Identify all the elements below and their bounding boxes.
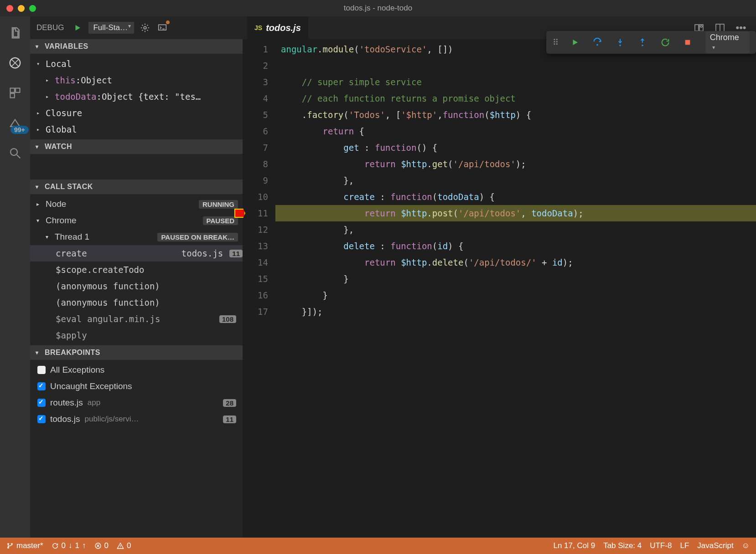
maximize-window-button[interactable] [29, 5, 36, 12]
continue-button[interactable] [570, 37, 580, 47]
debug-target-select[interactable]: Chrome [705, 31, 750, 53]
launch-config-select[interactable]: Full-Sta… [88, 22, 134, 34]
step-into-button[interactable] [615, 37, 625, 47]
code-line[interactable]: // super simple service [275, 74, 756, 90]
variable-tododata[interactable]: ▸todoData: Object {text: "tes… [30, 88, 243, 105]
line-number[interactable]: 13 [243, 238, 268, 254]
code-line[interactable]: return { [275, 123, 756, 139]
thread-1[interactable]: ▾Thread 1 PAUSED ON BREAK… [30, 229, 243, 245]
debug-icon[interactable] [7, 55, 23, 71]
restart-button[interactable] [660, 37, 670, 47]
cursor-position[interactable]: Ln 17, Col 9 [553, 541, 595, 550]
breakpoint-item[interactable]: Uncaught Exceptions [30, 378, 243, 395]
code-editor[interactable]: 1234567891011121314151617 angular.module… [243, 39, 756, 538]
code-line[interactable]: // each function returns a promise objec… [275, 90, 756, 107]
encoding[interactable]: UTF-8 [650, 541, 672, 550]
session-node[interactable]: ▸Node RUNNING [30, 196, 243, 212]
callstack-section-header[interactable]: ▾CALL STACK [30, 180, 243, 194]
line-number[interactable]: 5 [243, 107, 268, 123]
code-line[interactable]: return $http.get('/api/todos'); [275, 156, 756, 172]
session-chrome[interactable]: ▾Chrome PAUSED [30, 212, 243, 229]
code-line[interactable]: create : function(todoData) { [275, 189, 756, 205]
stack-frame[interactable]: (anonymous function) [30, 278, 243, 294]
source-control-icon[interactable]: 99+ [7, 115, 23, 131]
eol[interactable]: LF [680, 541, 689, 550]
code-line[interactable]: }, [275, 172, 756, 189]
line-number[interactable]: 4 [243, 90, 268, 107]
code-line[interactable]: .factory('Todos', ['$http',function($htt… [275, 107, 756, 123]
code-line[interactable]: } [275, 271, 756, 287]
close-window-button[interactable] [6, 5, 13, 12]
breakpoint-item[interactable]: routes.jsapp28 [30, 395, 243, 411]
code-line[interactable]: get : function() { [275, 139, 756, 156]
code-line[interactable] [275, 57, 756, 74]
errors-indicator[interactable]: 0 [94, 541, 109, 550]
checkbox[interactable] [37, 399, 46, 407]
line-number[interactable]: 9 [243, 172, 268, 189]
line-number[interactable]: 14 [243, 254, 268, 271]
step-over-button[interactable] [592, 37, 602, 47]
svg-point-5 [144, 26, 147, 29]
line-number[interactable]: 16 [243, 287, 268, 303]
scope-closure[interactable]: ▸Closure [30, 105, 243, 121]
checkbox[interactable] [37, 415, 46, 423]
step-out-button[interactable] [637, 37, 647, 47]
line-number-gutter[interactable]: 1234567891011121314151617 [243, 39, 275, 538]
line-number[interactable]: 7 [243, 139, 268, 156]
code-line[interactable]: }]); [275, 303, 756, 320]
code-content[interactable]: angular.module('todoService', []) // sup… [275, 39, 756, 538]
stack-frame[interactable]: (anonymous function) [30, 294, 243, 311]
warnings-indicator[interactable]: 0 [117, 541, 131, 550]
feedback-icon[interactable]: ☺ [742, 541, 750, 550]
line-number[interactable]: 11 [243, 205, 268, 221]
line-number[interactable]: 1 [243, 41, 268, 57]
debug-toolbar[interactable]: ⠿ Chrome [546, 31, 756, 54]
tab-size[interactable]: Tab Size: 4 [603, 541, 642, 550]
checkbox[interactable] [37, 382, 46, 390]
scope-local[interactable]: ▾Local [30, 56, 243, 72]
start-debugging-button[interactable] [71, 21, 84, 34]
stack-frame[interactable]: $scope.createTodo [30, 262, 243, 278]
line-number[interactable]: 10 [243, 189, 268, 205]
scope-global[interactable]: ▸Global [30, 121, 243, 138]
line-number[interactable]: 2 [243, 57, 268, 74]
explorer-icon[interactable] [7, 25, 23, 41]
code-line[interactable]: }, [275, 221, 756, 238]
line-number[interactable]: 6 [243, 123, 268, 139]
watch-section-header[interactable]: ▾WATCH [30, 139, 243, 154]
minimize-window-button[interactable] [18, 5, 25, 12]
line-number[interactable]: 17 [243, 303, 268, 320]
window-controls [0, 5, 36, 12]
line-number[interactable]: 3 [243, 74, 268, 90]
variable-this[interactable]: ▸this: Object [30, 72, 243, 88]
code-line[interactable]: delete : function(id) { [275, 238, 756, 254]
gear-icon[interactable] [139, 21, 151, 34]
code-line[interactable]: return $http.delete('/api/todos/' + id); [275, 254, 756, 271]
stack-frame[interactable]: $apply [30, 327, 243, 344]
stack-frame[interactable]: create todos.js 11 [30, 245, 243, 262]
breakpoint-item[interactable]: All Exceptions [30, 362, 243, 378]
breakpoints-section-header[interactable]: ▾BREAKPOINTS [30, 345, 243, 360]
drag-handle-icon[interactable]: ⠿ [553, 37, 557, 47]
search-icon[interactable] [7, 145, 23, 161]
language-mode[interactable]: JavaScript [697, 541, 733, 550]
variables-section-header[interactable]: ▾VARIABLES [30, 39, 243, 54]
svg-point-15 [8, 544, 9, 545]
git-branch-indicator[interactable]: master* [6, 541, 43, 550]
breakpoint-glyph[interactable] [234, 209, 245, 218]
git-sync-indicator[interactable]: 0↓ 1↑ [52, 541, 86, 550]
breakpoint-line: 11 [223, 416, 236, 423]
line-number[interactable]: 15 [243, 271, 268, 287]
line-number[interactable]: 8 [243, 156, 268, 172]
svg-rect-7 [695, 25, 699, 31]
debug-console-icon[interactable] [156, 21, 169, 34]
stop-button[interactable] [683, 37, 693, 47]
tab-todos-js[interactable]: JS todos.js [247, 16, 308, 39]
extensions-icon[interactable] [7, 85, 23, 101]
code-line[interactable]: return $http.post('/api/todos', todoData… [275, 205, 756, 221]
line-number[interactable]: 12 [243, 221, 268, 238]
checkbox[interactable] [37, 366, 46, 374]
code-line[interactable]: } [275, 287, 756, 303]
stack-frame[interactable]: $eval angular.min.js 108 [30, 311, 243, 327]
breakpoint-item[interactable]: todos.jspublic/js/servi…11 [30, 411, 243, 427]
